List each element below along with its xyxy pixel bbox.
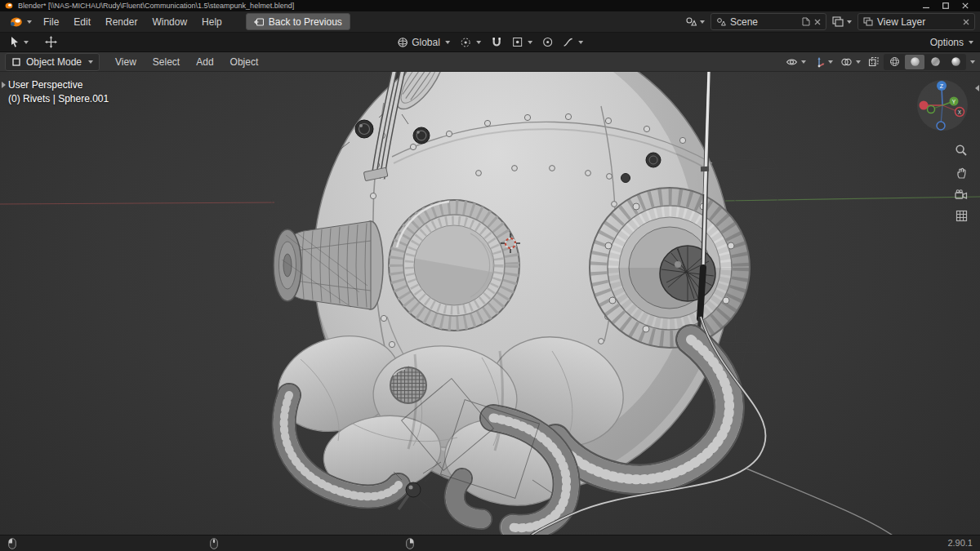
new-scene-icon[interactable] [802, 17, 810, 26]
menu-window[interactable]: Window [145, 14, 194, 30]
left-lens-cylinder [274, 221, 383, 309]
minimize-button[interactable] [923, 2, 929, 9]
visibility-dropdown[interactable] [783, 54, 808, 70]
chevron-down-icon [801, 60, 806, 64]
snap-settings-dropdown[interactable] [512, 37, 532, 47]
view-layer-selector[interactable]: View Layer [858, 13, 975, 30]
shading-material-button[interactable] [925, 55, 945, 69]
close-button[interactable] [962, 2, 969, 9]
wireframe-sphere-icon [889, 56, 900, 67]
view-layer-icon [863, 17, 873, 26]
chevron-down-icon [445, 41, 450, 44]
blender-app-icon [5, 2, 13, 10]
left-mouse-icon [8, 538, 16, 549]
chevron-down-icon [700, 20, 705, 24]
scene-browse-icon [685, 16, 697, 27]
overlays-dropdown[interactable] [838, 54, 863, 70]
active-tool-button[interactable] [7, 34, 31, 51]
proportional-edit-icon [542, 37, 553, 47]
browse-scene-button[interactable] [683, 14, 707, 30]
menu-select[interactable]: Select [145, 54, 187, 70]
chevron-down-icon [578, 41, 583, 44]
chevron-down-icon [88, 60, 93, 64]
active-object-label: (0) Rivets | Sphere.001 [8, 92, 109, 106]
xray-toggle-button[interactable] [866, 54, 881, 70]
maximize-button[interactable] [942, 2, 949, 9]
move-tool-icon [45, 36, 57, 48]
gizmo-y-neg-axis [928, 106, 935, 113]
blender-logo-icon [9, 16, 23, 28]
chevron-down-icon [856, 60, 861, 64]
chevron-down-icon [528, 41, 532, 44]
options-dropdown[interactable]: Options [930, 37, 973, 48]
menu-file[interactable]: File [36, 14, 66, 30]
shading-rendered-button[interactable] [946, 55, 965, 69]
menu-help[interactable]: Help [194, 14, 229, 30]
blender-version: 2.90.1 [947, 538, 973, 548]
viewport-header: Object Mode View Select Add Object [0, 52, 980, 72]
proportional-editing-button[interactable] [542, 37, 553, 47]
chevron-down-icon [828, 60, 833, 64]
xray-icon [868, 56, 879, 67]
object-mode-icon [11, 57, 21, 67]
helmet-model [0, 72, 980, 535]
gizmos-dropdown[interactable] [811, 54, 835, 70]
scene-name: Scene [730, 16, 798, 28]
transform-orientation-dropdown[interactable]: Global [397, 37, 450, 48]
menu-add[interactable]: Add [189, 54, 220, 70]
sidebar-expand-arrow[interactable] [975, 85, 979, 91]
gizmo-z-label: Z [940, 83, 944, 89]
grille [390, 367, 426, 403]
gizmo-x-neg-axis [920, 101, 929, 110]
scene-icon [716, 17, 726, 26]
chevron-down-icon [27, 20, 32, 24]
browse-view-layer-button[interactable] [830, 14, 854, 30]
middle-mouse-icon [210, 538, 218, 549]
zoom-tool-icon[interactable] [955, 144, 968, 157]
view-perspective-label: User Perspective [8, 78, 109, 92]
overlays-icon [840, 57, 853, 67]
proportional-falloff-dropdown[interactable] [563, 37, 583, 47]
rendered-sphere-icon [951, 56, 961, 67]
eye-icon [786, 57, 798, 67]
pan-hand-icon[interactable] [956, 167, 968, 180]
menu-view[interactable]: View [108, 54, 144, 70]
menu-edit[interactable]: Edit [66, 14, 98, 30]
shading-wireframe-button[interactable] [884, 55, 904, 69]
gizmo-z-neg-axis [937, 122, 945, 130]
remove-view-layer-icon[interactable] [963, 19, 969, 25]
falloff-curve-icon [563, 37, 573, 47]
solid-sphere-icon [910, 56, 920, 67]
blender-logo-menu[interactable] [5, 16, 36, 28]
chevron-down-icon [969, 41, 973, 44]
ortho-grid-icon[interactable] [956, 210, 968, 222]
viewport-overlay-text: User Perspective (0) Rivets | Sphere.001 [8, 78, 109, 106]
tool-settings-bar: Global Options [0, 33, 980, 52]
toolbar-expand-arrow[interactable] [2, 82, 6, 88]
ear-device [590, 188, 750, 348]
menu-object[interactable]: Object [223, 54, 266, 70]
back-to-previous-button[interactable]: Back to Previous [246, 13, 350, 30]
gizmo-y-label: Y [952, 99, 956, 104]
view-layer-browse-icon [832, 16, 844, 27]
snap-target-icon [512, 37, 523, 47]
status-bar: 2.90.1 [0, 535, 980, 551]
window-titlebar: Blender* [\\NAS-MICHAU\Rudy\Fluent\Commu… [0, 0, 980, 11]
magnet-icon [491, 37, 502, 47]
unlink-scene-icon[interactable] [814, 19, 821, 25]
chevron-down-icon [847, 20, 852, 24]
snap-toggle-button[interactable] [491, 37, 502, 47]
chevron-down-icon [476, 41, 481, 44]
move-tool-button[interactable] [42, 34, 60, 51]
navigation-gizmo[interactable]: Z Y X [916, 78, 970, 132]
topbar-menu: File Edit Render Window Help Back to Pre… [0, 11, 980, 33]
scene-selector[interactable]: Scene [710, 13, 826, 30]
shading-dropdown-chevron[interactable] [970, 60, 975, 64]
mode-selector[interactable]: Object Mode [5, 53, 100, 71]
menu-render[interactable]: Render [98, 14, 145, 30]
shading-solid-button[interactable] [905, 55, 924, 69]
viewport-3d[interactable]: User Perspective (0) Rivets | Sphere.001… [0, 72, 980, 535]
camera-view-icon[interactable] [955, 189, 968, 200]
back-arrow-icon [254, 18, 264, 26]
pivot-point-dropdown[interactable] [460, 37, 481, 48]
